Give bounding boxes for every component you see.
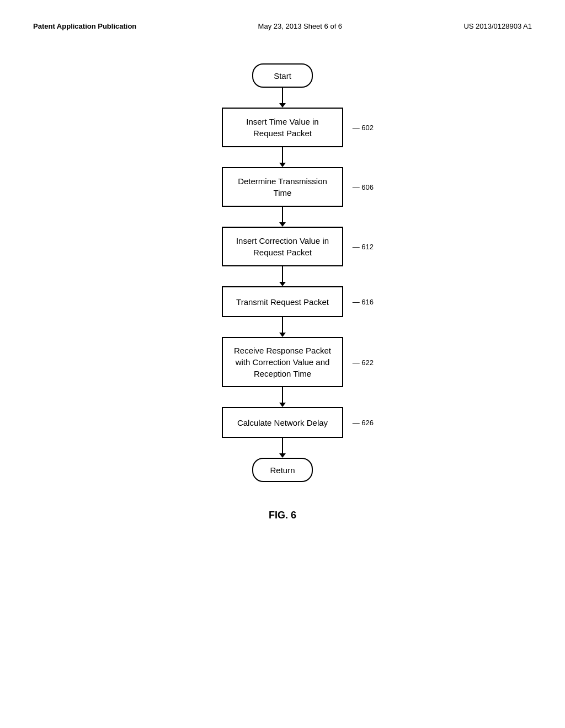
step-612-box: Insert Correction Value in Request Packe… — [222, 227, 343, 266]
tick-602: — 602 — [353, 124, 374, 132]
arrow-line-1 — [282, 88, 283, 103]
step-622-number: — 622 — [353, 358, 374, 366]
return-label: Return — [270, 465, 295, 475]
step-612-number: — 612 — [353, 243, 374, 251]
step-606-label: Determine Transmission Time — [238, 175, 327, 199]
arrow-line-5 — [282, 317, 283, 333]
start-node: Start — [252, 63, 313, 88]
step-612-container: Insert Correction Value in Request Packe… — [222, 227, 343, 266]
step-626-label: Calculate Network Delay — [237, 417, 328, 429]
start-box: Start — [252, 63, 313, 88]
arrow-4 — [279, 266, 286, 286]
step-626-box: Calculate Network Delay — [222, 407, 343, 438]
arrow-2 — [279, 147, 286, 167]
arrow-head-6 — [279, 403, 286, 407]
step-602-container: Insert Time Value in Request Packet — 60… — [222, 108, 343, 147]
arrow-line-6 — [282, 387, 283, 403]
arrow-head-3 — [279, 222, 286, 227]
arrow-head-5 — [279, 333, 286, 337]
arrow-6 — [279, 387, 286, 407]
arrow-head-4 — [279, 282, 286, 286]
arrow-head-1 — [279, 103, 286, 108]
step-616-box: Transmit Request Packet — [222, 286, 343, 317]
step-622-label: Receive Response Packet with Correction … — [234, 345, 331, 379]
step-622-container: Receive Response Packet with Correction … — [222, 337, 343, 387]
arrow-5 — [279, 317, 286, 337]
page: Patent Application Publication May 23, 2… — [0, 0, 565, 728]
step-606-number: — 606 — [353, 183, 374, 191]
step-606-container: Determine Transmission Time — 606 — [222, 167, 343, 207]
arrow-3 — [279, 207, 286, 227]
return-box: Return — [252, 458, 313, 482]
step-602-box: Insert Time Value in Request Packet — [222, 108, 343, 147]
step-602-label: Insert Time Value in Request Packet — [246, 116, 318, 139]
arrow-line-3 — [282, 207, 283, 222]
header-date-sheet: May 23, 2013 Sheet 6 of 6 — [258, 22, 343, 30]
step-626-container: Calculate Network Delay — 626 — [222, 407, 343, 438]
start-label: Start — [274, 71, 291, 81]
step-616-label: Transmit Request Packet — [236, 296, 329, 308]
arrow-1 — [279, 88, 286, 108]
step-612-label: Insert Correction Value in Request Packe… — [236, 235, 329, 258]
return-node: Return — [252, 458, 313, 482]
arrow-line-2 — [282, 147, 283, 163]
header-publication-label: Patent Application Publication — [33, 22, 136, 30]
step-626-number: — 626 — [353, 419, 374, 427]
arrow-line-7 — [282, 438, 283, 453]
step-622-box: Receive Response Packet with Correction … — [222, 337, 343, 387]
arrow-7 — [279, 438, 286, 458]
step-616-number: — 616 — [353, 298, 374, 306]
flowchart-diagram: Start Insert Time Value in Request Packe… — [33, 63, 532, 521]
step-602-number: — 602 — [353, 124, 374, 132]
step-616-container: Transmit Request Packet — 616 — [222, 286, 343, 317]
header-patent-number: US 2013/0128903 A1 — [463, 22, 532, 30]
figure-label: FIG. 6 — [269, 510, 296, 521]
arrow-line-4 — [282, 266, 283, 282]
arrow-head-7 — [279, 453, 286, 458]
page-header: Patent Application Publication May 23, 2… — [33, 22, 532, 30]
step-606-box: Determine Transmission Time — [222, 167, 343, 207]
arrow-head-2 — [279, 163, 286, 167]
